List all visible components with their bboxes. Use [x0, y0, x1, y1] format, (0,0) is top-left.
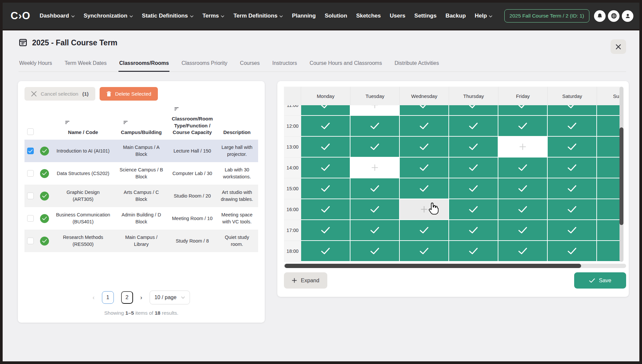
page-number-2[interactable]: 2	[121, 291, 133, 304]
slot-thursday-12:00[interactable]	[449, 116, 498, 137]
row-checkbox[interactable]	[27, 148, 34, 154]
slot-friday-11:00[interactable]	[498, 105, 548, 116]
app-logo[interactable]: C›O	[11, 10, 30, 22]
nav-item-users[interactable]: Users	[390, 13, 405, 19]
slot-monday-17:00[interactable]	[301, 220, 350, 241]
tab-courses[interactable]: Courses	[239, 57, 260, 71]
slot-tuesday-11:00[interactable]	[350, 105, 400, 116]
nav-item-dashboard[interactable]: Dashboard	[40, 13, 75, 19]
slot-tuesday-14:00[interactable]	[350, 158, 400, 178]
vertical-scrollbar-thumb[interactable]	[619, 127, 623, 225]
slot-monday-16:00[interactable]	[301, 199, 350, 220]
slot-friday-13:00[interactable]	[498, 137, 548, 158]
nav-item-sketches[interactable]: Sketches	[356, 13, 381, 19]
slot-wednesday-18:00[interactable]	[400, 241, 449, 262]
slot-thursday-13:00[interactable]	[449, 137, 498, 158]
slot-wednesday-11:00[interactable]	[400, 105, 449, 116]
slot-sunday-11:00[interactable]	[597, 105, 621, 116]
tab-course-hours-and-classrooms[interactable]: Course Hours and Classrooms	[309, 57, 383, 71]
filter-icon[interactable]	[174, 106, 179, 113]
slot-monday-14:00[interactable]	[301, 158, 350, 178]
slot-monday-18:00[interactable]	[301, 241, 350, 262]
horizontal-scrollbar-thumb[interactable]	[285, 264, 581, 268]
slot-saturday-18:00[interactable]	[548, 241, 597, 262]
slot-sunday-18:00[interactable]	[597, 241, 621, 262]
table-row[interactable]: Research Methods (RES500)Main Campus / L…	[24, 230, 258, 252]
slot-tuesday-15:00[interactable]	[350, 178, 400, 199]
tab-term-week-dates[interactable]: Term Week Dates	[64, 57, 107, 71]
slot-thursday-16:00[interactable]	[449, 199, 498, 220]
slot-saturday-11:00[interactable]	[548, 105, 597, 116]
slot-saturday-17:00[interactable]	[548, 220, 597, 241]
slot-friday-18:00[interactable]	[498, 241, 548, 262]
slot-sunday-17:00[interactable]	[597, 220, 621, 241]
table-row[interactable]: Introduction to AI (AI101)Main Campus / …	[24, 140, 258, 162]
nav-item-settings[interactable]: Settings	[414, 13, 436, 19]
delete-selected-button[interactable]: Delete Selected	[100, 87, 158, 101]
save-button[interactable]: Save	[574, 272, 626, 289]
slot-wednesday-14:00[interactable]	[400, 158, 449, 178]
slot-friday-14:00[interactable]	[498, 158, 548, 178]
tab-classrooms-rooms[interactable]: Classrooms/Rooms	[118, 57, 169, 72]
page-size-select[interactable]: 10 / page	[150, 291, 190, 304]
cancel-selection-button[interactable]: Cancel selection(1)	[24, 87, 95, 101]
slot-tuesday-12:00[interactable]	[350, 116, 400, 137]
table-row[interactable]: Graphic Design (ART305)Arts Campus / C B…	[24, 185, 258, 207]
slot-sunday-13:00[interactable]	[597, 137, 621, 158]
nav-item-term-definitions[interactable]: Term Definitions	[233, 13, 283, 19]
tab-classrooms-priority[interactable]: Classrooms Priority	[181, 57, 228, 71]
slot-friday-12:00[interactable]	[498, 116, 548, 137]
slot-saturday-16:00[interactable]	[548, 199, 597, 220]
tab-instructors[interactable]: Instructors	[272, 57, 298, 71]
table-row[interactable]: Data Structures (CS202)Science Campus / …	[24, 162, 258, 185]
notifications-icon[interactable]	[594, 10, 606, 22]
slot-saturday-14:00[interactable]	[548, 158, 597, 178]
slot-thursday-17:00[interactable]	[449, 220, 498, 241]
filter-icon[interactable]	[65, 119, 69, 126]
row-checkbox[interactable]	[27, 170, 34, 177]
slot-saturday-13:00[interactable]	[548, 137, 597, 158]
slot-wednesday-17:00[interactable]	[400, 220, 449, 241]
slot-wednesday-12:00[interactable]	[400, 116, 449, 137]
select-all-checkbox[interactable]	[27, 128, 34, 135]
nav-item-help[interactable]: Help	[475, 13, 493, 19]
current-term-badge[interactable]: 2025 Fall Course Term / 2 (ID: 1)	[504, 9, 589, 23]
slot-sunday-16:00[interactable]	[597, 199, 621, 220]
slot-wednesday-15:00[interactable]	[400, 178, 449, 199]
filter-icon[interactable]	[123, 119, 128, 126]
slot-thursday-18:00[interactable]	[449, 241, 498, 262]
slot-friday-15:00[interactable]	[498, 178, 548, 199]
close-button[interactable]	[611, 39, 626, 54]
expand-button[interactable]: Expand	[284, 272, 327, 289]
account-icon[interactable]	[622, 10, 633, 22]
slot-friday-17:00[interactable]	[498, 220, 548, 241]
prev-page-button[interactable]: ‹	[93, 294, 95, 301]
row-checkbox[interactable]	[27, 215, 34, 222]
nav-item-backup[interactable]: Backup	[445, 13, 466, 19]
slot-sunday-15:00[interactable]	[597, 178, 621, 199]
slot-thursday-11:00[interactable]	[449, 105, 498, 116]
slot-tuesday-13:00[interactable]	[350, 137, 400, 158]
nav-item-planning[interactable]: Planning	[292, 13, 316, 19]
slot-monday-12:00[interactable]	[301, 116, 350, 137]
slot-tuesday-17:00[interactable]	[350, 220, 400, 241]
slot-sunday-12:00[interactable]	[597, 116, 621, 137]
row-checkbox[interactable]	[27, 238, 34, 244]
horizontal-scrollbar[interactable]	[284, 264, 626, 268]
tab-distribute-activities[interactable]: Distribute Activities	[394, 57, 439, 71]
slot-wednesday-13:00[interactable]	[400, 137, 449, 158]
nav-item-synchronization[interactable]: Synchronization	[84, 13, 133, 19]
nav-item-solution[interactable]: Solution	[325, 13, 347, 19]
slot-thursday-14:00[interactable]	[449, 158, 498, 178]
slot-friday-16:00[interactable]	[498, 199, 548, 220]
slot-sunday-14:00[interactable]	[597, 158, 621, 178]
slot-monday-11:00[interactable]	[301, 105, 350, 116]
vertical-scrollbar[interactable]	[619, 87, 623, 262]
table-row[interactable]: Business Communication (BUS401)Admin Bui…	[24, 207, 258, 230]
slot-saturday-12:00[interactable]	[548, 116, 597, 137]
row-checkbox[interactable]	[27, 193, 34, 199]
slot-monday-13:00[interactable]	[301, 137, 350, 158]
nav-item-static-definitions[interactable]: Static Definitions	[142, 13, 194, 19]
tab-weekly-hours[interactable]: Weekly Hours	[19, 57, 53, 71]
slot-monday-15:00[interactable]	[301, 178, 350, 199]
